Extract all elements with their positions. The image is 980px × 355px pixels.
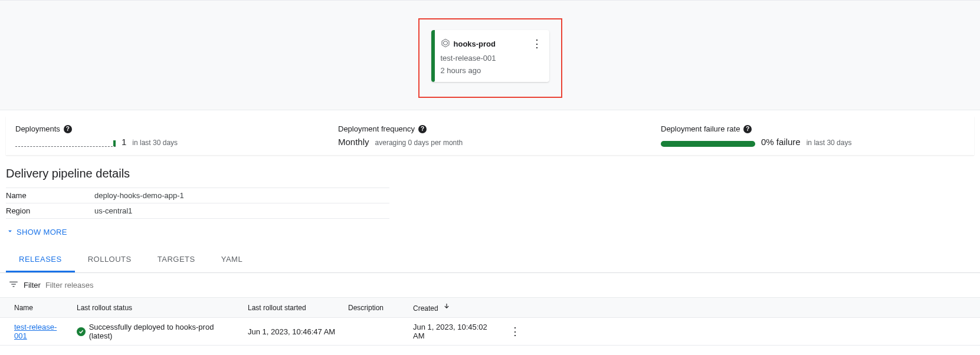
detail-row-region: Region us-central1 [6, 203, 389, 219]
failure-suffix: in last 30 days [807, 139, 852, 147]
col-header-name[interactable]: Name [0, 298, 71, 318]
tab-targets[interactable]: TARGETS [145, 248, 208, 272]
releases-table: Name Last rollout status Last rollout st… [0, 297, 980, 346]
failure-value: 0% failure [761, 137, 801, 147]
target-card[interactable]: hooks-prod ⋮ test-release-001 2 hours ag… [431, 30, 549, 82]
col-header-created[interactable]: Created [407, 298, 502, 318]
details-heading: Delivery pipeline details [6, 167, 974, 180]
metric-title-label: Deployments [15, 124, 60, 133]
col-header-description[interactable]: Description [342, 298, 407, 318]
failure-rate-bar [661, 141, 755, 147]
metric-frequency: Deployment frequency ? Monthly averaging… [329, 116, 651, 155]
show-more-label: SHOW MORE [17, 228, 67, 236]
metric-title-label: Deployment failure rate [661, 124, 740, 133]
release-link[interactable]: test-release-001 [14, 323, 57, 340]
created-cell: Jun 1, 2023, 10:45:02 AM [407, 318, 502, 346]
help-icon[interactable]: ? [743, 125, 752, 133]
detail-value: deploy-hooks-demo-app-1 [94, 188, 389, 203]
detail-row-name: Name deploy-hooks-demo-app-1 [6, 188, 389, 203]
tab-rollouts[interactable]: ROLLOUTS [75, 248, 145, 272]
frequency-suffix: averaging 0 days per month [375, 139, 463, 147]
detail-label: Name [6, 188, 94, 203]
help-icon[interactable]: ? [418, 125, 427, 133]
check-circle-icon [77, 327, 86, 336]
sparkline-deployments [15, 139, 116, 147]
target-name: hooks-prod [454, 40, 496, 48]
gke-icon [441, 38, 450, 50]
deployments-count: 1 [122, 137, 126, 147]
deployments-suffix: in last 30 days [132, 139, 178, 147]
card-release-name: test-release-001 [441, 54, 545, 63]
started-cell: Jun 1, 2023, 10:46:47 AM [242, 318, 342, 346]
pipeline-details: Delivery pipeline details Name deploy-ho… [0, 155, 980, 237]
svg-marker-1 [443, 41, 447, 45]
help-icon[interactable]: ? [64, 125, 72, 133]
chevron-down-icon [6, 227, 14, 237]
metric-deployments: Deployments ? 1 in last 30 days [6, 116, 329, 155]
metric-failure-rate: Deployment failure rate ? 0% failure in … [651, 116, 974, 155]
filter-label: Filter [24, 281, 41, 290]
col-header-actions [502, 298, 980, 318]
col-header-started[interactable]: Last rollout started [242, 298, 342, 318]
card-time-ago: 2 hours ago [441, 66, 545, 75]
filter-bar: Filter [0, 273, 980, 297]
frequency-value: Monthly [338, 137, 369, 147]
detail-label: Region [6, 203, 94, 219]
col-header-status[interactable]: Last rollout status [71, 298, 242, 318]
col-header-created-label: Created [413, 304, 438, 313]
row-more-vert-icon[interactable]: ⋮ [507, 324, 523, 338]
tab-bar: RELEASES ROLLOUTS TARGETS YAML [0, 248, 980, 273]
pipeline-visualization: hooks-prod ⋮ test-release-001 2 hours ag… [0, 0, 980, 110]
status-text: Successfully deployed to hooks-prod (lat… [89, 323, 236, 340]
filter-input[interactable] [45, 281, 972, 290]
metrics-panel: Deployments ? 1 in last 30 days Deployme… [6, 116, 974, 155]
tab-yaml[interactable]: YAML [208, 248, 255, 272]
highlight-annotation: hooks-prod ⋮ test-release-001 2 hours ag… [418, 18, 562, 98]
description-cell [342, 318, 407, 346]
more-vert-icon[interactable]: ⋮ [529, 37, 545, 50]
filter-icon[interactable] [8, 279, 19, 291]
tab-releases[interactable]: RELEASES [6, 248, 75, 272]
detail-value: us-central1 [94, 203, 389, 219]
table-row[interactable]: test-release-001 Successfully deployed t… [0, 318, 980, 346]
arrow-down-icon [443, 304, 451, 313]
metric-title-label: Deployment frequency [338, 124, 415, 133]
svg-marker-0 [442, 39, 449, 47]
show-more-button[interactable]: SHOW MORE [6, 227, 974, 237]
